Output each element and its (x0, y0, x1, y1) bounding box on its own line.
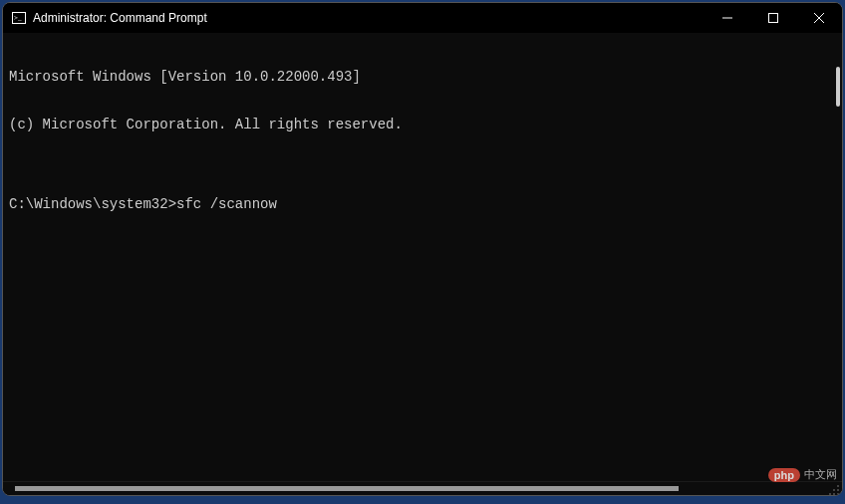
svg-point-6 (837, 485, 839, 487)
cmd-icon: >_ (11, 10, 27, 26)
statusbar (3, 481, 842, 495)
titlebar[interactable]: >_ Administrator: Command Prompt (3, 3, 842, 33)
svg-point-7 (837, 489, 839, 491)
terminal-line: (c) Microsoft Corporation. All rights re… (9, 117, 836, 132)
svg-text:>_: >_ (14, 14, 22, 22)
terminal-output[interactable]: Microsoft Windows [Version 10.0.22000.49… (3, 33, 842, 481)
svg-point-11 (829, 493, 831, 495)
svg-point-8 (833, 489, 835, 491)
svg-rect-3 (769, 14, 778, 23)
svg-point-10 (833, 493, 835, 495)
minimize-button[interactable] (704, 3, 750, 33)
close-button[interactable] (796, 3, 842, 33)
command-prompt-window: >_ Administrator: Command Prompt Microso… (2, 2, 843, 496)
vertical-scrollbar[interactable] (836, 67, 840, 107)
horizontal-scrollbar-thumb[interactable] (15, 486, 679, 491)
terminal-prompt-line: C:\Windows\system32>sfc /scannow (9, 196, 836, 212)
window-controls (704, 3, 842, 33)
resize-grip[interactable] (828, 482, 840, 494)
svg-point-9 (837, 493, 839, 495)
maximize-button[interactable] (750, 3, 796, 33)
terminal-line: Microsoft Windows [Version 10.0.22000.49… (9, 69, 836, 85)
horizontal-scrollbar-track[interactable] (15, 485, 824, 493)
window-title: Administrator: Command Prompt (33, 11, 207, 25)
